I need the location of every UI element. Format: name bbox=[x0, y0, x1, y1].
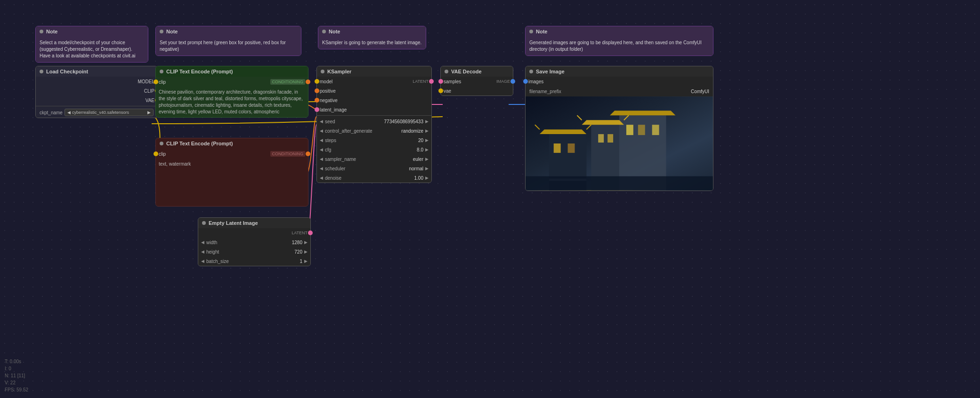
clip-neg-clip-label: clip bbox=[159, 151, 166, 157]
ksampler-cfg-value[interactable]: 8.0 bbox=[395, 147, 423, 152]
ksampler-model-in bbox=[315, 79, 319, 84]
ksampler-control-row: ◀ control_after_generate randomize ▶ bbox=[317, 126, 431, 135]
latent-header: Empty Latent Image bbox=[198, 218, 310, 228]
svg-marker-4 bbox=[540, 129, 587, 134]
ksampler-header: KSampler bbox=[317, 66, 431, 77]
note-header-3: Note bbox=[318, 26, 426, 37]
clip-label: CLIP bbox=[39, 88, 154, 94]
svg-rect-11 bbox=[626, 125, 633, 135]
vae-decode-node: VAE Decode samples IMAGE vae bbox=[440, 66, 513, 96]
ksampler-positive-port: positive bbox=[317, 86, 431, 96]
clip-neg-node: CLIP Text Encode (Prompt) clip CONDITION… bbox=[155, 138, 308, 207]
svg-rect-19 bbox=[549, 179, 587, 181]
ksampler-control-value[interactable]: randomize bbox=[395, 128, 423, 134]
vae-vae-label: vae bbox=[444, 88, 510, 94]
ksampler-seed-row: ◀ seed 773456086995433 ▶ bbox=[317, 117, 431, 126]
note-text-3: KSampler is going to generate the latent… bbox=[322, 40, 421, 45]
canvas: Note Select a model/checkpoint of your c… bbox=[0, 0, 980, 398]
note-body-1: Select a model/checkpoint of your choice… bbox=[36, 37, 148, 62]
clip-pos-node: CLIP Text Encode (Prompt) clip CONDITION… bbox=[155, 66, 308, 118]
conditioning-pos-badge: CONDITIONING bbox=[270, 79, 306, 85]
save-image-node: Save Image images filename_prefix ComfyU… bbox=[525, 66, 713, 191]
ksampler-latent-label: latent_image bbox=[320, 107, 429, 112]
note-header-4: Note bbox=[526, 26, 713, 37]
latent-batch-value[interactable]: 1 bbox=[274, 259, 302, 264]
ksampler-body: model LATENT positive negative latent_im… bbox=[317, 77, 431, 183]
latent-width-value[interactable]: 1280 bbox=[274, 240, 302, 245]
status-v: V: 22 bbox=[5, 379, 28, 386]
clip-neg-title: CLIP Text Encode (Prompt) bbox=[166, 141, 233, 146]
note-text-4: Generated images are going to be display… bbox=[529, 40, 702, 52]
ckpt-name-label: ckpt_name bbox=[40, 110, 63, 115]
ksampler-seed-label: seed bbox=[325, 119, 382, 124]
ksampler-sampler-label: sampler_name bbox=[325, 157, 393, 162]
ckpt-selector[interactable]: ◀ cyberrealistic_v40.safetensors ▶ bbox=[65, 109, 154, 116]
ksampler-denoise-label: denoise bbox=[325, 175, 393, 181]
svg-marker-6 bbox=[610, 111, 675, 115]
checkpoint-header: Load Checkpoint bbox=[36, 66, 157, 77]
checkpoint-title: Load Checkpoint bbox=[46, 69, 88, 74]
vae-vae-port: vae bbox=[441, 86, 513, 96]
ksampler-steps-value[interactable]: 20 bbox=[395, 138, 423, 143]
note-body-4: Generated images are going to be display… bbox=[526, 37, 713, 56]
latent-width-label: width bbox=[206, 240, 272, 245]
clip-neg-input-row: clip CONDITIONING bbox=[156, 149, 308, 159]
clip-pos-dot bbox=[160, 70, 163, 73]
preview-svg bbox=[526, 96, 713, 191]
note-node-1: Note Select a model/checkpoint of your c… bbox=[35, 26, 148, 63]
ksampler-latent-in bbox=[315, 107, 319, 112]
svg-rect-12 bbox=[638, 125, 645, 135]
vae-dot bbox=[445, 70, 448, 73]
vae-samples-port: samples IMAGE bbox=[441, 77, 513, 86]
latent-dot bbox=[202, 221, 206, 225]
ksampler-denoise-value[interactable]: 1.00 bbox=[395, 175, 423, 181]
note-title-3: Note bbox=[329, 29, 340, 34]
clip-pos-clip-label: clip bbox=[159, 80, 166, 85]
conditioning-neg-output-dot bbox=[306, 151, 310, 156]
ckpt-name-row: ckpt_name ◀ cyberrealistic_v40.safetenso… bbox=[36, 107, 157, 118]
latent-height-value[interactable]: 720 bbox=[274, 249, 302, 255]
clip-pos-input-dot bbox=[154, 80, 158, 84]
clip-neg-input-dot bbox=[154, 151, 158, 156]
node-dot-3 bbox=[322, 30, 326, 33]
note-node-4: Note Generated images are going to be di… bbox=[525, 26, 713, 56]
ksampler-latent-port: latent_image bbox=[317, 105, 431, 114]
svg-rect-7 bbox=[554, 143, 561, 153]
svg-rect-18 bbox=[526, 176, 713, 191]
ksampler-scheduler-label: scheduler bbox=[325, 166, 393, 171]
latent-height-label: height bbox=[206, 249, 272, 255]
vae-port: VAE bbox=[36, 96, 157, 105]
checkpoint-dot bbox=[40, 70, 43, 73]
ksampler-seed-value[interactable]: 773456086995433 bbox=[384, 119, 423, 124]
image-preview bbox=[526, 96, 713, 191]
clip-pos-text[interactable]: Chinese pavilion, contemporary architect… bbox=[156, 87, 308, 117]
ksampler-cfg-row: ◀ cfg 8.0 ▶ bbox=[317, 145, 431, 154]
ksampler-dot bbox=[321, 70, 324, 73]
ksampler-scheduler-value[interactable]: normal bbox=[395, 166, 423, 171]
clip-neg-text[interactable]: text, watermark bbox=[156, 159, 308, 206]
ksampler-steps-label: steps bbox=[325, 138, 393, 143]
ksampler-denoise-row: ◀ denoise 1.00 ▶ bbox=[317, 173, 431, 183]
note-header-2: Note bbox=[156, 26, 301, 37]
ksampler-cfg-label: cfg bbox=[325, 147, 393, 152]
clip-port: CLIP bbox=[36, 86, 157, 96]
status-iteration: I: 0 bbox=[5, 365, 28, 372]
vae-image-out bbox=[510, 79, 515, 84]
load-checkpoint-node: Load Checkpoint MODEL CLIP VAE ckpt_name… bbox=[35, 66, 158, 118]
preview-image bbox=[526, 96, 713, 191]
latent-batch-label: batch_size bbox=[206, 259, 272, 264]
ksampler-sampler-value[interactable]: euler bbox=[395, 157, 423, 162]
ksampler-node: KSampler model LATENT positive negative … bbox=[316, 66, 432, 183]
save-body: images filename_prefix ComfyUI bbox=[526, 77, 713, 191]
checkpoint-body: MODEL CLIP VAE ckpt_name ◀ cyberrealisti… bbox=[36, 77, 157, 118]
note-text-1: Select a model/checkpoint of your choice… bbox=[40, 40, 135, 58]
model-label: MODEL bbox=[39, 79, 154, 84]
note-title-4: Note bbox=[536, 29, 547, 34]
save-filename-value[interactable]: ComfyUI bbox=[691, 89, 709, 94]
latent-body: LATENT ◀ width 1280 ▶ ◀ height 720 ▶ ◀ b… bbox=[198, 228, 310, 266]
ksampler-steps-row: ◀ steps 20 ▶ bbox=[317, 135, 431, 145]
vae-body: samples IMAGE vae bbox=[441, 77, 513, 96]
latent-height-row: ◀ height 720 ▶ bbox=[198, 247, 310, 256]
latent-out-label: LATENT bbox=[201, 231, 308, 235]
svg-rect-9 bbox=[598, 134, 604, 143]
